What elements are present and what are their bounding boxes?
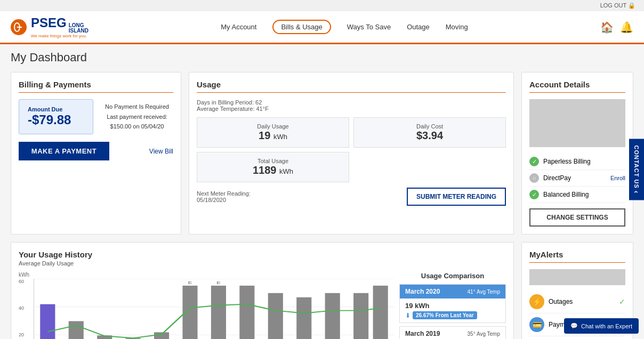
svg-rect-13	[211, 286, 226, 339]
billing-card: Billing & Payments Amount Due -$79.88 No…	[11, 72, 181, 235]
header-icons: 🏠 🔔	[600, 21, 633, 34]
alert-outages: ⚡ Outages ✓	[529, 290, 625, 313]
billing-card-title: Billing & Payments	[19, 80, 173, 93]
account-features: ✓ Paperless Billing ○ DirectPay Enroll ✓…	[529, 154, 625, 203]
account-card-title: Account Details	[529, 80, 625, 93]
daily-usage-stat: Daily Usage 19 kWh	[197, 117, 349, 148]
directpay-label: DirectPay	[543, 174, 571, 182]
chart-svg: E E	[34, 279, 394, 339]
usage-card-title: Usage	[197, 80, 506, 93]
payment-reminder-icon: 💳	[529, 317, 544, 332]
alerts-image	[529, 269, 625, 285]
history-content: kWh 6040200	[19, 272, 506, 339]
nav-outage[interactable]: Outage	[407, 21, 430, 33]
feature-balanced: ✓ Balanced Billing	[529, 187, 625, 203]
comparison-title: Usage Comparison	[399, 272, 506, 280]
svg-text:E: E	[216, 280, 221, 285]
usage-card: Usage Days in Billing Period: 62 Average…	[189, 72, 514, 235]
main-grid: Billing & Payments Amount Due -$79.88 No…	[11, 72, 633, 235]
alerts-title: MyAlerts	[529, 250, 625, 263]
balanced-check-icon: ✓	[529, 190, 539, 199]
svg-rect-6	[40, 304, 55, 339]
comparison-pct-row: ⬇ 26.67% From Last Year	[405, 311, 500, 319]
billing-actions: MAKE A PAYMENT View Bill	[19, 142, 173, 160]
balanced-label: Balanced Billing	[543, 191, 589, 198]
comparison-panel: Usage Comparison March 2020 41° Avg Temp…	[399, 272, 506, 339]
comparison-2019-header: March 2019 35° Avg Temp	[400, 327, 505, 339]
usage-stats: Daily Usage 19 kWh Daily Cost $3.94 Tota…	[197, 117, 506, 182]
billing-row: Amount Due -$79.88 No Payment Is Require…	[19, 99, 173, 134]
comparison-2020-block: March 2020 41° Avg Temp 19 kWh ⬇ 26.67% …	[399, 284, 506, 323]
lock-icon: 🔒	[628, 2, 635, 9]
logo-tagline: We make things work for you.	[31, 34, 88, 38]
outage-check: ✓	[619, 297, 625, 306]
top-bar: LOG OUT 🔒	[0, 0, 644, 11]
usage-left: Days in Billing Period: 62 Average Tempe…	[197, 99, 506, 206]
chat-button[interactable]: 💬 Chat with an Expert	[564, 318, 639, 334]
page-content: My Dashboard Billing & Payments Amount D…	[0, 44, 644, 339]
change-settings-button[interactable]: CHANGE SETTINGS	[529, 208, 625, 227]
outage-icon: ⚡	[529, 294, 544, 309]
submit-meter-reading-button[interactable]: SUBMIT METER READING	[407, 188, 506, 206]
chart-y-label: kWh	[19, 272, 394, 278]
nav-my-account[interactable]: My Account	[221, 21, 256, 33]
svg-rect-18	[325, 293, 340, 339]
account-card: Account Details ✓ Paperless Billing ○ Di…	[521, 72, 633, 235]
amount-due-box: Amount Due -$79.88	[19, 99, 93, 134]
daily-cost-stat: Daily Cost $3.94	[353, 117, 506, 148]
usage-bottom-row: Next Meter Reading: 05/18/2020 SUBMIT ME…	[197, 188, 506, 206]
usage-meta: Days in Billing Period: 62 Average Tempe…	[197, 99, 506, 112]
history-card: Your Usage History Average Daily Usage k…	[11, 242, 514, 339]
comparison-2019-block: March 2019 35° Avg Temp 15 kWh	[399, 326, 506, 339]
chat-icon: 💬	[570, 322, 578, 329]
directpay-check-icon: ○	[529, 173, 539, 183]
amount-due-value: -$79.88	[28, 112, 84, 127]
logo-area: PSEG LONG ISLAND We make things work for…	[11, 15, 88, 38]
svg-rect-19	[353, 293, 368, 339]
nav-moving[interactable]: Moving	[446, 21, 468, 33]
contact-us-tab[interactable]: CONTACT US ‹	[629, 139, 644, 200]
history-title: Your Usage History	[19, 250, 506, 259]
svg-rect-7	[69, 321, 84, 340]
home-icon[interactable]: 🏠	[600, 21, 614, 34]
page-title: My Dashboard	[11, 51, 633, 64]
logo-circle	[11, 19, 27, 35]
logo-text: PSEG LONG ISLAND We make things work for…	[31, 15, 88, 38]
bottom-row: Your Usage History Average Daily Usage k…	[11, 242, 633, 339]
feature-directpay: ○ DirectPay Enroll	[529, 170, 625, 187]
amount-due-label: Amount Due	[28, 106, 84, 112]
total-usage-stat: Total Usage 1189 kWh	[197, 152, 349, 182]
svg-rect-16	[268, 293, 283, 339]
view-bill-link[interactable]: View Bill	[149, 148, 173, 155]
svg-rect-15	[239, 286, 254, 339]
y-axis: 6040200	[19, 279, 24, 339]
nav-bills-usage[interactable]: Bills & Usage	[272, 20, 331, 34]
feature-paperless: ✓ Paperless Billing	[529, 154, 625, 170]
svg-rect-20	[373, 286, 388, 339]
make-payment-button[interactable]: MAKE A PAYMENT	[19, 142, 109, 160]
svg-rect-17	[296, 297, 311, 339]
history-subtitle: Average Daily Usage	[19, 260, 506, 267]
paperless-check-icon: ✓	[529, 157, 539, 166]
main-nav: My Account Bills & Usage Ways To Save Ou…	[221, 20, 468, 34]
account-image	[529, 99, 625, 147]
enroll-link[interactable]: Enroll	[610, 175, 625, 181]
outage-label: Outages	[549, 298, 573, 305]
billing-info: No Payment Is Required Last payment rece…	[101, 102, 173, 132]
comparison-2020-body: 19 kWh ⬇ 26.67% From Last Year	[400, 298, 505, 322]
chart-container: kWh 6040200	[19, 272, 394, 339]
usage-content: Days in Billing Period: 62 Average Tempe…	[197, 99, 506, 206]
nav-ways-to-save[interactable]: Ways To Save	[347, 21, 391, 33]
svg-text:E: E	[188, 280, 192, 285]
svg-rect-10	[154, 332, 169, 339]
paperless-label: Paperless Billing	[543, 158, 591, 165]
alert-payment-posted: 💳 Payment Posted ✓	[529, 336, 625, 339]
next-reading: Next Meter Reading: 05/18/2020	[197, 190, 251, 203]
bell-icon[interactable]: 🔔	[620, 21, 633, 34]
chart-wrapper: 6040200	[19, 279, 394, 339]
logout-link[interactable]: LOG OUT	[600, 2, 626, 9]
comparison-2020-header: March 2020 41° Avg Temp	[400, 285, 505, 298]
header: PSEG LONG ISLAND We make things work for…	[0, 11, 644, 44]
